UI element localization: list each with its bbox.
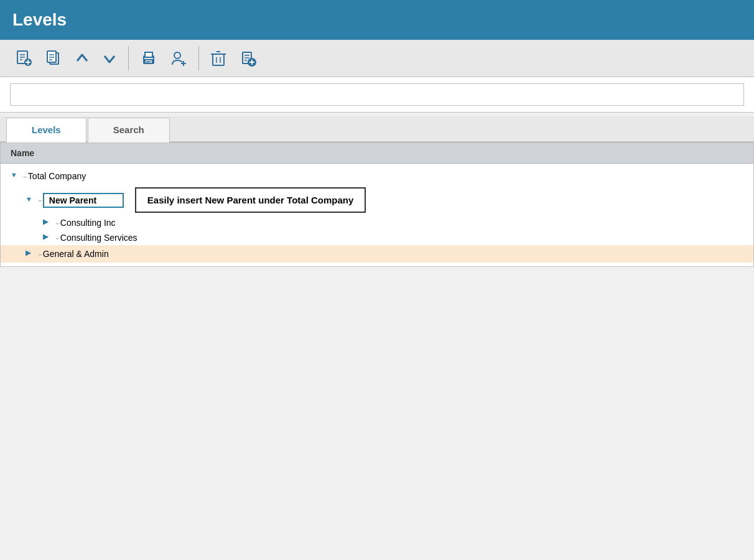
page-title: Levels (12, 10, 67, 29)
toolbar-group-right (205, 46, 261, 71)
connector-general-admin: ··· (38, 250, 41, 259)
tree-row[interactable]: ▶ ··· Consulting Inc (1, 215, 753, 230)
svg-rect-13 (145, 52, 152, 57)
node-label-general-admin: General & Admin (43, 249, 109, 259)
toggle-consulting-inc[interactable]: ▶ (43, 218, 53, 228)
copy-add-button[interactable] (234, 46, 261, 71)
tabs-container: Levels Search (0, 116, 754, 142)
connector-consulting-services: ··· (55, 233, 58, 243)
tree-row[interactable]: ▶ ··· General & Admin (1, 245, 753, 263)
connector-consulting-inc: ··· (55, 218, 58, 228)
search-input[interactable] (10, 83, 744, 106)
svg-point-17 (174, 52, 180, 58)
tree-row[interactable]: ▼ ··· Total Company (1, 167, 753, 185)
svg-rect-20 (213, 54, 224, 65)
move-up-button[interactable] (70, 47, 95, 70)
svg-rect-8 (47, 51, 56, 62)
delete-button[interactable] (205, 46, 231, 71)
node-label-consulting-services: Consulting Services (60, 233, 137, 243)
tab-search[interactable]: Search (88, 118, 170, 142)
connector-new-parent: ··· (38, 195, 41, 205)
tree-body: ▼ ··· Total Company ▼ ··· New Parent Eas… (1, 164, 753, 266)
node-label-total-company: Total Company (28, 171, 86, 181)
add-user-button[interactable] (165, 46, 192, 71)
toggle-consulting-services[interactable]: ▶ (43, 233, 53, 243)
connector-total-company: ··· (23, 172, 26, 181)
tab-levels[interactable]: Levels (6, 118, 86, 142)
toolbar-group-middle (135, 46, 192, 71)
move-down-button[interactable] (97, 47, 122, 70)
tree-row[interactable]: ▼ ··· New Parent Easily insert New Paren… (1, 185, 753, 215)
tooltip-box: Easily insert New Parent under Total Com… (135, 187, 366, 213)
toolbar-divider-1 (128, 46, 129, 71)
toggle-new-parent[interactable]: ▼ (26, 195, 35, 205)
node-label-consulting-inc: Consulting Inc (60, 218, 116, 228)
copy-document-button[interactable] (40, 46, 67, 71)
add-document-button[interactable] (10, 46, 37, 71)
tree-container: Name ▼ ··· Total Company ▼ ··· New Paren… (0, 142, 754, 267)
toggle-total-company[interactable]: ▼ (11, 171, 21, 181)
tree-column-header: Name (1, 143, 753, 164)
toolbar (0, 40, 754, 77)
toolbar-divider-2 (198, 46, 199, 71)
print-button[interactable] (135, 46, 162, 71)
name-column-label: Name (11, 148, 34, 158)
toolbar-group-left (10, 46, 122, 71)
toggle-general-admin[interactable]: ▶ (26, 249, 35, 259)
new-parent-node[interactable]: New Parent (43, 193, 124, 208)
search-bar-container (0, 77, 754, 113)
page-header: Levels (0, 0, 754, 40)
tree-row[interactable]: ▶ ··· Consulting Services (1, 230, 753, 245)
